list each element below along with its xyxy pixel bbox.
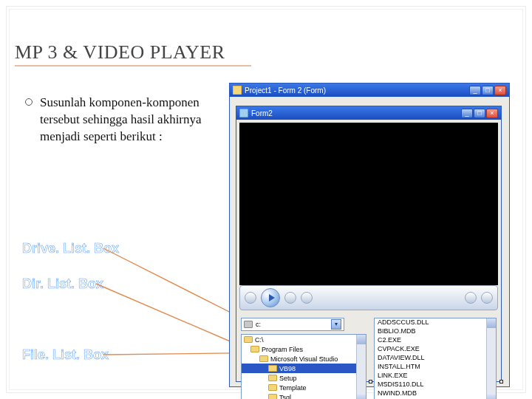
form-icon — [239, 109, 248, 117]
dir-item[interactable]: Microsoft Visual Studio — [242, 354, 366, 364]
media-player-controls — [239, 285, 498, 310]
close-button[interactable]: × — [494, 86, 506, 95]
dir-item-label: VB98 — [279, 365, 296, 372]
minimize-button[interactable]: _ — [461, 109, 473, 118]
dir-item[interactable]: Tsql — [242, 392, 366, 399]
file-list-box[interactable]: ADDSCCUS.DLLBIBLIO.MDBC2.EXECVPACK.EXEDA… — [374, 318, 497, 399]
file-item[interactable]: CVPACK.EXE — [375, 345, 496, 354]
dir-item[interactable]: Setup — [242, 373, 366, 383]
form2-window[interactable]: Form2 _ □ × c: ▾ C:\Program FilesMicroso… — [236, 106, 502, 382]
file-item[interactable]: LINK.EXE — [375, 372, 496, 381]
bullet-marker-icon — [25, 98, 33, 106]
scrollbar[interactable] — [356, 335, 366, 399]
label-drivelistbox: Drive. List. Box — [22, 241, 119, 256]
chevron-down-icon[interactable]: ▾ — [331, 319, 341, 330]
outer-window-title: Project1 - Form 2 (Form) — [245, 86, 466, 95]
resize-handle[interactable] — [499, 380, 503, 383]
dir-item-label: Tsql — [279, 394, 291, 400]
scrollbar[interactable] — [486, 318, 496, 399]
maximize-button[interactable]: □ — [482, 86, 494, 95]
vb-designer-window: Project1 - Form 2 (Form) _ □ × Form2 _ □… — [229, 83, 510, 387]
minimize-button[interactable]: _ — [469, 86, 481, 95]
dir-item-label: C:\ — [255, 336, 264, 344]
dir-item-label: Setup — [279, 375, 297, 382]
folder-icon — [268, 384, 277, 391]
outer-titlebar[interactable]: Project1 - Form 2 (Form) _ □ × — [230, 83, 509, 97]
close-button[interactable]: × — [486, 109, 498, 118]
mute-button[interactable] — [465, 292, 477, 304]
folder-icon — [259, 355, 268, 362]
drive-list-box[interactable]: c: ▾ — [241, 318, 344, 331]
label-dirlistbox: Dir. List. Box — [22, 276, 103, 292]
inner-window-title: Form2 — [251, 109, 458, 117]
folder-icon — [244, 336, 253, 343]
dir-item[interactable]: Program Files — [242, 344, 366, 354]
file-item[interactable]: MSDIS110.DLL — [375, 381, 496, 389]
play-button[interactable] — [261, 288, 280, 307]
svg-rect-4 — [239, 109, 248, 117]
inner-titlebar[interactable]: Form2 _ □ × — [236, 106, 501, 120]
maximize-button[interactable]: □ — [474, 109, 485, 118]
file-item[interactable]: BIBLIO.MDB — [375, 327, 496, 336]
bullet-item: Susunlah komponen-komponen tersebut sehi… — [25, 95, 210, 146]
folder-icon — [268, 394, 277, 399]
file-item[interactable]: DATAVIEW.DLL — [375, 354, 496, 363]
bullet-text: Susunlah komponen-komponen tersebut sehi… — [40, 95, 210, 146]
dir-item-label: Microsoft Visual Studio — [270, 355, 338, 363]
resize-handle[interactable] — [369, 380, 372, 383]
file-item[interactable]: C2.EXE — [375, 336, 496, 345]
title-underline — [15, 65, 251, 66]
dir-item[interactable]: VB98 — [242, 364, 366, 373]
file-item[interactable]: INSTALL.HTM — [375, 363, 496, 372]
drive-value: c: — [256, 321, 261, 328]
media-player-display[interactable] — [239, 123, 498, 285]
next-button[interactable] — [301, 292, 313, 304]
volume-button[interactable] — [481, 292, 493, 304]
svg-rect-3 — [233, 86, 242, 95]
folder-icon — [268, 365, 277, 372]
dir-item-label: Program Files — [262, 346, 303, 353]
label-filelistbox: File. List. Box — [22, 347, 109, 363]
dir-item[interactable]: C:\ — [242, 335, 366, 344]
drive-icon — [244, 321, 253, 328]
folder-icon — [250, 346, 259, 352]
vb-project-icon — [233, 86, 242, 95]
folder-icon — [268, 375, 277, 381]
dir-item-label: Template — [279, 384, 307, 392]
prev-button[interactable] — [245, 292, 256, 304]
dir-item[interactable]: Template — [242, 383, 366, 392]
slide-title: MP 3 & VIDEO PLAYER — [15, 41, 225, 64]
stop-button[interactable] — [284, 292, 296, 304]
dir-list-box[interactable]: C:\Program FilesMicrosoft Visual StudioV… — [241, 334, 366, 399]
file-item[interactable]: ADDSCCUS.DLL — [375, 318, 496, 327]
file-item[interactable]: NWIND.MDB — [375, 389, 496, 398]
